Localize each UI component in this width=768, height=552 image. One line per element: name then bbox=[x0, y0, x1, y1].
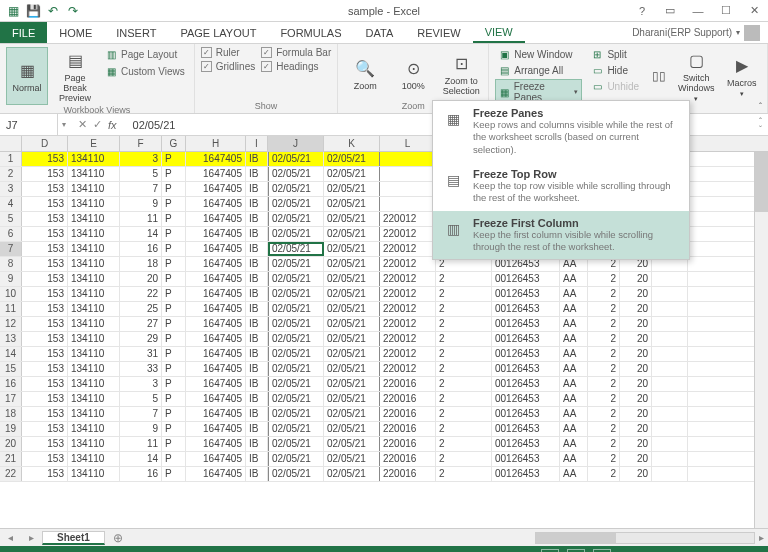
cell-R15[interactable] bbox=[652, 362, 688, 376]
cell-K16[interactable]: 02/05/21 bbox=[324, 377, 380, 391]
cell-D15[interactable]: 153 bbox=[22, 362, 68, 376]
cell-R18[interactable] bbox=[652, 407, 688, 421]
cell-L17[interactable]: 220016 bbox=[380, 392, 436, 406]
cell-M16[interactable]: 2 bbox=[436, 377, 492, 391]
cell-Q14[interactable]: 20 bbox=[620, 347, 652, 361]
cell-P21[interactable]: 2 bbox=[588, 452, 620, 466]
cell-E11[interactable]: 134110 bbox=[68, 302, 120, 316]
cell-I6[interactable]: IB bbox=[246, 227, 268, 241]
user-name[interactable]: Dharani(ERP Support) bbox=[632, 27, 732, 38]
page-break-button[interactable]: ▤ Page Break Preview bbox=[54, 47, 96, 105]
cell-N15[interactable]: 00126453 bbox=[492, 362, 560, 376]
cell-M21[interactable]: 2 bbox=[436, 452, 492, 466]
fx-icon[interactable]: fx bbox=[108, 119, 117, 131]
cell-J17[interactable]: 02/05/21 bbox=[268, 392, 324, 406]
cancel-formula-icon[interactable]: ✕ bbox=[78, 118, 87, 131]
cell-M14[interactable]: 2 bbox=[436, 347, 492, 361]
cell-I1[interactable]: IB bbox=[246, 152, 268, 166]
cell-E8[interactable]: 134110 bbox=[68, 257, 120, 271]
cell-J8[interactable]: 02/05/21 bbox=[268, 257, 324, 271]
col-header-I[interactable]: I bbox=[246, 136, 268, 151]
cell-E3[interactable]: 134110 bbox=[68, 182, 120, 196]
formula-input[interactable]: 02/05/21 bbox=[125, 119, 176, 131]
row-header-2[interactable]: 2 bbox=[0, 167, 22, 181]
cell-D17[interactable]: 153 bbox=[22, 392, 68, 406]
cell-H6[interactable]: 1647405 bbox=[186, 227, 246, 241]
cell-G17[interactable]: P bbox=[162, 392, 186, 406]
cell-J16[interactable]: 02/05/21 bbox=[268, 377, 324, 391]
cell-J5[interactable]: 02/05/21 bbox=[268, 212, 324, 226]
cell-I14[interactable]: IB bbox=[246, 347, 268, 361]
cell-O9[interactable]: AA bbox=[560, 272, 588, 286]
cell-J6[interactable]: 02/05/21 bbox=[268, 227, 324, 241]
cell-O17[interactable]: AA bbox=[560, 392, 588, 406]
row-header-8[interactable]: 8 bbox=[0, 257, 22, 271]
cell-I18[interactable]: IB bbox=[246, 407, 268, 421]
freeze-top-row-option[interactable]: ▤ Freeze Top RowKeep the top row visible… bbox=[433, 162, 689, 211]
cell-D6[interactable]: 153 bbox=[22, 227, 68, 241]
cell-L2[interactable] bbox=[380, 167, 436, 181]
cell-H18[interactable]: 1647405 bbox=[186, 407, 246, 421]
cell-K3[interactable]: 02/05/21 bbox=[324, 182, 380, 196]
cell-P14[interactable]: 2 bbox=[588, 347, 620, 361]
cell-Q21[interactable]: 20 bbox=[620, 452, 652, 466]
help-icon[interactable]: ? bbox=[634, 3, 650, 19]
zoom-button[interactable]: 🔍Zoom bbox=[344, 47, 386, 101]
row-header-21[interactable]: 21 bbox=[0, 452, 22, 466]
ribbon-options-icon[interactable]: ▭ bbox=[662, 3, 678, 19]
cell-K6[interactable]: 02/05/21 bbox=[324, 227, 380, 241]
cell-D12[interactable]: 153 bbox=[22, 317, 68, 331]
cell-N17[interactable]: 00126453 bbox=[492, 392, 560, 406]
name-box-dropdown-icon[interactable]: ▾ bbox=[58, 120, 70, 129]
cell-D7[interactable]: 153 bbox=[22, 242, 68, 256]
cell-H22[interactable]: 1647405 bbox=[186, 467, 246, 481]
cell-F1[interactable]: 3 bbox=[120, 152, 162, 166]
page-layout-button[interactable]: ▥Page Layout bbox=[102, 47, 188, 61]
cell-N14[interactable]: 00126453 bbox=[492, 347, 560, 361]
arrange-all-button[interactable]: ▤Arrange All bbox=[495, 63, 582, 77]
tab-formulas[interactable]: FORMULAS bbox=[268, 22, 353, 43]
accept-formula-icon[interactable]: ✓ bbox=[93, 118, 102, 131]
cell-O20[interactable]: AA bbox=[560, 437, 588, 451]
cell-M13[interactable]: 2 bbox=[436, 332, 492, 346]
cell-I11[interactable]: IB bbox=[246, 302, 268, 316]
cell-E21[interactable]: 134110 bbox=[68, 452, 120, 466]
cell-R9[interactable] bbox=[652, 272, 688, 286]
normal-view-button[interactable]: ▦ Normal bbox=[6, 47, 48, 105]
cell-D14[interactable]: 153 bbox=[22, 347, 68, 361]
row-header-17[interactable]: 17 bbox=[0, 392, 22, 406]
headings-checkbox[interactable]: ✓Headings bbox=[261, 61, 331, 72]
cell-K4[interactable]: 02/05/21 bbox=[324, 197, 380, 211]
cell-N13[interactable]: 00126453 bbox=[492, 332, 560, 346]
cell-I13[interactable]: IB bbox=[246, 332, 268, 346]
hide-button[interactable]: ▭Hide bbox=[588, 63, 642, 77]
cell-F2[interactable]: 5 bbox=[120, 167, 162, 181]
sheet-nav-prev-icon[interactable]: ◂ bbox=[0, 532, 21, 543]
cell-J7[interactable]: 02/05/21 bbox=[268, 242, 324, 256]
cell-K8[interactable]: 02/05/21 bbox=[324, 257, 380, 271]
cell-L16[interactable]: 220016 bbox=[380, 377, 436, 391]
cell-D5[interactable]: 153 bbox=[22, 212, 68, 226]
sheet-nav-next-icon[interactable]: ▸ bbox=[21, 532, 42, 543]
tab-home[interactable]: HOME bbox=[47, 22, 104, 43]
cell-R12[interactable] bbox=[652, 317, 688, 331]
cell-I4[interactable]: IB bbox=[246, 197, 268, 211]
cell-J1[interactable]: 02/05/21 bbox=[268, 152, 324, 166]
cell-Q18[interactable]: 20 bbox=[620, 407, 652, 421]
unhide-button[interactable]: ▭Unhide bbox=[588, 79, 642, 93]
cell-E1[interactable]: 134110 bbox=[68, 152, 120, 166]
tab-file[interactable]: FILE bbox=[0, 22, 47, 43]
cell-L9[interactable]: 220012 bbox=[380, 272, 436, 286]
cell-E15[interactable]: 134110 bbox=[68, 362, 120, 376]
cell-G15[interactable]: P bbox=[162, 362, 186, 376]
cell-D8[interactable]: 153 bbox=[22, 257, 68, 271]
cell-G9[interactable]: P bbox=[162, 272, 186, 286]
cell-I17[interactable]: IB bbox=[246, 392, 268, 406]
cell-F3[interactable]: 7 bbox=[120, 182, 162, 196]
cell-G14[interactable]: P bbox=[162, 347, 186, 361]
row-header-19[interactable]: 19 bbox=[0, 422, 22, 436]
cell-J13[interactable]: 02/05/21 bbox=[268, 332, 324, 346]
cell-L7[interactable]: 220012 bbox=[380, 242, 436, 256]
cell-R22[interactable] bbox=[652, 467, 688, 481]
cell-K20[interactable]: 02/05/21 bbox=[324, 437, 380, 451]
